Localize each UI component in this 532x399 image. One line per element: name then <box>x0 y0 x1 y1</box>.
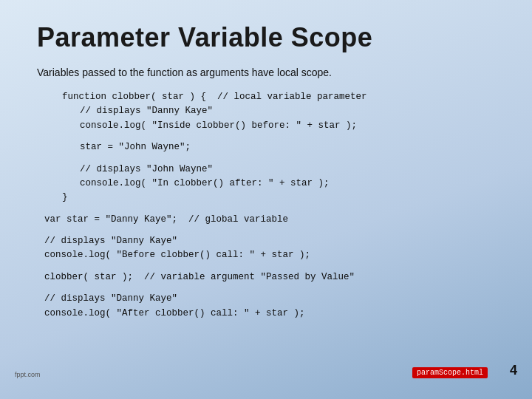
code-text: // displays "Danny Kaye" <box>80 106 213 116</box>
code-text: // displays "Danny Kaye" <box>44 236 177 246</box>
slide-number: 4 <box>510 363 517 378</box>
code-line: // displays "Danny Kaye" <box>44 292 495 306</box>
slide-title: Parameter Variable Scope <box>37 22 495 53</box>
code-block: function clobber( star ) { // local vari… <box>44 90 495 321</box>
code-line: clobber( star ); // variable argument "P… <box>44 270 495 284</box>
slide-subtitle: Variables passed to the function as argu… <box>37 66 495 78</box>
code-line: console.log( "In clobber() after: " + st… <box>80 177 495 191</box>
code-line: // displays "John Wayne" <box>80 163 495 177</box>
code-line: console.log( "Before clobber() call: " +… <box>44 248 495 262</box>
code-text: console.log( "After clobber() call: " + … <box>44 308 305 318</box>
code-line: star = "John Wayne"; <box>80 140 495 154</box>
code-line: // displays "Danny Kaye" <box>44 234 495 248</box>
code-text: } <box>62 192 68 202</box>
code-text: console.log( "Before clobber() call: " +… <box>44 250 310 260</box>
code-line: function clobber( star ) { // local vari… <box>62 90 495 104</box>
code-text: // displays "John Wayne" <box>80 164 213 174</box>
code-text: star = "John Wayne"; <box>80 142 191 152</box>
code-text: console.log( "Inside clobber() before: "… <box>80 120 357 131</box>
filename-badge: paramScope.html <box>412 367 488 378</box>
code-line: console.log( "Inside clobber() before: "… <box>80 119 495 133</box>
code-text: // displays "Danny Kaye" <box>44 293 177 304</box>
code-line: var star = "Danny Kaye"; // global varia… <box>44 213 495 227</box>
code-text: var star = "Danny Kaye"; // global varia… <box>44 214 288 225</box>
code-line: // displays "Danny Kaye" <box>80 104 495 118</box>
code-text: function clobber( star ) { // local vari… <box>62 92 367 102</box>
code-text: clobber( star ); // variable argument "P… <box>44 272 355 282</box>
code-line: console.log( "After clobber() call: " + … <box>44 307 495 321</box>
ppt-logo: fppt.com <box>15 371 41 378</box>
code-text: console.log( "In clobber() after: " + st… <box>80 178 330 188</box>
slide: Parameter Variable Scope Variables passe… <box>0 0 532 399</box>
code-line: } <box>62 191 495 205</box>
